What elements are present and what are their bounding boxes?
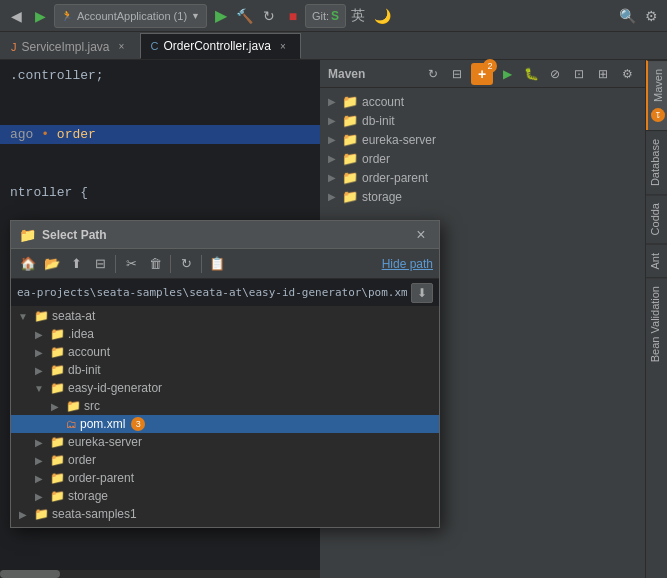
maven-debug-button[interactable]: 🐛 <box>521 64 541 84</box>
class-file-icon: C <box>151 40 159 52</box>
pom-badge: 3 <box>131 417 145 431</box>
dialog-refresh-button[interactable]: ↻ <box>175 253 197 275</box>
chevron-right-icon: ▶ <box>31 347 47 358</box>
tree-item-easy-id-generator[interactable]: ▼ 📁 easy-id-generator <box>11 379 439 397</box>
maven-skip-button[interactable]: ⊘ <box>545 64 565 84</box>
maven-item-eureka[interactable]: ▶ 📁 eureka-server <box>320 130 645 149</box>
dialog-close-button[interactable]: × <box>411 225 431 245</box>
moon-icon[interactable]: 🌙 <box>370 4 394 28</box>
side-tab-codda[interactable]: Codda <box>646 194 667 243</box>
maven-item-account[interactable]: ▶ 📁 account <box>320 92 645 111</box>
folder-icon: 📁 <box>50 381 65 395</box>
maven-item-label: db-init <box>362 114 395 128</box>
side-tab-bean-validation[interactable]: Bean Validation <box>646 277 667 370</box>
dialog-toolbar: 🏠 📂 ⬆ ⊟ ✂ 🗑 ↻ 📋 Hide path <box>11 249 439 279</box>
git-label: Git: <box>312 10 329 22</box>
tree-item-seata-samples1[interactable]: ▶ 📁 seata-samples1 <box>11 505 439 523</box>
stop-button[interactable]: ■ <box>281 4 305 28</box>
build-button[interactable]: 🔨 <box>233 4 257 28</box>
code-line <box>0 164 320 184</box>
dialog-copy-button[interactable]: 📋 <box>206 253 228 275</box>
run-button[interactable]: ▶ <box>209 4 233 28</box>
reload-button[interactable]: ↻ <box>257 4 281 28</box>
hide-path-link[interactable]: Hide path <box>382 257 433 271</box>
tree-item-label: pom.xml <box>80 417 125 431</box>
tree-item-seata-at[interactable]: ▼ 📁 seata-at <box>11 307 439 325</box>
back-button[interactable]: ◀ <box>4 4 28 28</box>
code-line-highlight: ago • order <box>0 125 320 145</box>
run-config-label: AccountApplication (1) <box>77 10 187 22</box>
tree-item-storage[interactable]: ▶ 📁 storage <box>11 487 439 505</box>
chevron-right-icon: ▶ <box>31 437 47 448</box>
tree-item-order-parent[interactable]: ▶ 📁 order-parent <box>11 469 439 487</box>
toolbar-separator <box>201 255 202 273</box>
maven-toggle-button[interactable]: ⊡ <box>569 64 589 84</box>
folder-icon: 📁 <box>50 345 65 359</box>
tree-item-label: account <box>68 345 110 359</box>
tree-item-label: seata-at <box>52 309 95 323</box>
git-button[interactable]: Git: S <box>305 4 346 28</box>
tab-close-serviceimpl[interactable]: × <box>115 40 129 54</box>
chevron-right-icon: ▶ <box>31 491 47 502</box>
tree-item-src[interactable]: ▶ 📁 src <box>11 397 439 415</box>
dialog-delete-button[interactable]: 🗑 <box>144 253 166 275</box>
tree-item-label: order-parent <box>68 471 134 485</box>
folder-icon: 📁 <box>342 113 358 128</box>
chevron-icon: ▶ <box>328 172 338 183</box>
toolbar-separator <box>115 255 116 273</box>
tree-item-order[interactable]: ▶ 📁 order <box>11 451 439 469</box>
code-line <box>0 144 320 164</box>
dialog-collapse-button[interactable]: ⊟ <box>89 253 111 275</box>
chevron-icon: ▶ <box>328 134 338 145</box>
maven-refresh-button[interactable]: ↻ <box>423 64 443 84</box>
editor-scrollbar[interactable] <box>0 570 320 578</box>
tree-item-account[interactable]: ▶ 📁 account <box>11 343 439 361</box>
tree-item-pom-xml[interactable]: ▶ 🗂 pom.xml 3 <box>11 415 439 433</box>
folder-icon: 📁 <box>50 363 65 377</box>
dialog-up-button[interactable]: ⬆ <box>65 253 87 275</box>
tree-item-idea[interactable]: ▶ 📁 .idea <box>11 325 439 343</box>
path-browse-button[interactable]: ⬇ <box>411 283 433 303</box>
chevron-icon: ▶ <box>328 96 338 107</box>
side-tab-ant[interactable]: Ant <box>646 244 667 278</box>
chevron-right-icon: ▶ <box>15 509 31 520</box>
tree-item-label: easy-id-generator <box>68 381 162 395</box>
settings-button[interactable]: ⚙ <box>639 4 663 28</box>
maven-expand-button[interactable]: ⊞ <box>593 64 613 84</box>
path-input[interactable] <box>17 286 407 299</box>
select-path-dialog: 📁 Select Path × 🏠 📂 ⬆ ⊟ ✂ 🗑 ↻ 📋 Hide pat… <box>10 220 440 528</box>
chevron-down-icon: ▼ <box>191 11 200 21</box>
forward-button[interactable]: ▶ <box>28 4 52 28</box>
tree-item-label: src <box>84 399 100 413</box>
folder-icon: 📁 <box>66 399 81 413</box>
dialog-title: Select Path <box>42 228 405 242</box>
tree-item-db-init[interactable]: ▶ 📁 db-init <box>11 361 439 379</box>
dialog-folder-icon: 📁 <box>19 227 36 243</box>
scrollbar-thumb <box>0 570 60 578</box>
maven-item-order-parent[interactable]: ▶ 📁 order-parent <box>320 168 645 187</box>
search-button[interactable]: 🔍 <box>615 4 639 28</box>
dialog-home-button[interactable]: 🏠 <box>17 253 39 275</box>
dialog-cut-button[interactable]: ✂ <box>120 253 142 275</box>
chevron-right-icon: ▶ <box>31 473 47 484</box>
code-line <box>0 86 320 106</box>
tree-item-label: seata-samples1 <box>52 507 137 521</box>
maven-item-db-init[interactable]: ▶ 📁 db-init <box>320 111 645 130</box>
maven-collapse-button[interactable]: ⊟ <box>447 64 467 84</box>
folder-icon: 📁 <box>50 489 65 503</box>
dialog-tree[interactable]: ▼ 📁 seata-at ▶ 📁 .idea ▶ 📁 account ▶ 📁 d… <box>11 307 439 527</box>
run-config-dropdown[interactable]: 🏃 AccountApplication (1) ▼ <box>54 4 207 28</box>
tab-ordercontroller[interactable]: C OrderController.java × <box>140 33 301 59</box>
maven-header: Maven ↻ ⊟ + 2 ▶ 🐛 ⊘ ⊡ ⊞ ⚙ <box>320 60 645 88</box>
maven-settings-button[interactable]: ⚙ <box>617 64 637 84</box>
maven-item-storage[interactable]: ▶ 📁 storage <box>320 187 645 206</box>
maven-item-label: account <box>362 95 404 109</box>
maven-run-button[interactable]: ▶ <box>497 64 517 84</box>
side-tab-database[interactable]: Database <box>646 130 667 194</box>
maven-item-order[interactable]: ▶ 📁 order <box>320 149 645 168</box>
tab-serviceimpl[interactable]: J ServiceImpl.java × <box>0 33 140 59</box>
dialog-new-folder-button[interactable]: 📂 <box>41 253 63 275</box>
side-tab-maven[interactable]: 1 Maven <box>646 60 667 130</box>
tab-close-ordercontroller[interactable]: × <box>276 39 290 53</box>
tree-item-eureka-server[interactable]: ▶ 📁 eureka-server <box>11 433 439 451</box>
